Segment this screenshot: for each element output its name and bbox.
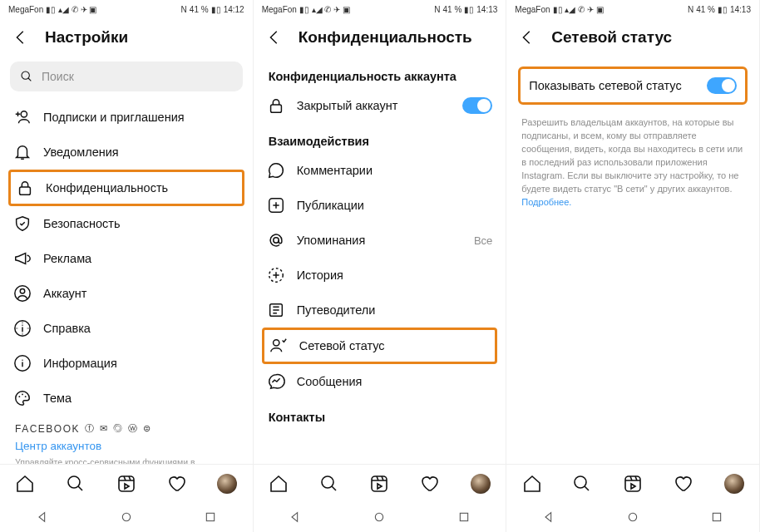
row-label: Реклама [43, 252, 239, 265]
nav-back[interactable] [289, 510, 302, 524]
carrier-label: MegaFon [515, 5, 550, 14]
back-button[interactable] [12, 28, 30, 47]
row-info[interactable]: Информация [2, 346, 251, 381]
person-icon [13, 284, 32, 303]
row-guides[interactable]: Путеводители [255, 293, 505, 328]
plus-square-icon [267, 196, 285, 214]
row-label: Упоминания [297, 234, 462, 247]
nav-back[interactable] [542, 510, 555, 524]
story-icon [267, 266, 285, 284]
lock-icon [16, 179, 34, 197]
tab-profile[interactable] [724, 474, 744, 494]
row-notifications[interactable]: Уведомления [2, 135, 251, 170]
screen-activity-status: MegaFon ▮▯ ▴◢ ✆ ✈ ▣ N 41 % ▮▯ 14:13 Сете… [506, 0, 760, 532]
row-label: Подписки и приглашения [43, 111, 239, 124]
tab-activity[interactable] [674, 474, 693, 494]
row-privacy[interactable]: Конфиденциальность [8, 170, 244, 206]
android-nav [254, 502, 506, 532]
android-nav [0, 502, 253, 532]
row-label: Уведомления [43, 145, 239, 159]
add-person-icon [13, 108, 32, 126]
back-button[interactable] [518, 28, 536, 47]
row-security[interactable]: Безопасность [2, 206, 251, 241]
shield-icon [13, 214, 32, 233]
tab-home[interactable] [15, 474, 35, 494]
back-button[interactable] [265, 28, 284, 47]
row-mentions[interactable]: Упоминания Все [255, 223, 505, 258]
tab-activity[interactable] [167, 474, 187, 494]
section-interactions: Взаимодействия [255, 123, 505, 153]
settings-list: Подписки и приглашения Уведомления Конфи… [0, 100, 253, 464]
tab-profile[interactable] [471, 474, 491, 494]
help-icon [13, 319, 32, 337]
tab-search[interactable] [319, 474, 339, 494]
nav-home[interactable] [626, 510, 639, 524]
learn-more-link[interactable]: Подробнее. [521, 197, 571, 207]
svg-point-1 [21, 111, 27, 117]
tab-bar [254, 464, 506, 502]
screen-settings: MegaFon ▮▯ ▴◢ ✆ ✈ ▣ N 41 % ▮▯ 14:12 Наст… [0, 0, 254, 532]
nav-recent[interactable] [204, 510, 217, 524]
svg-rect-25 [625, 476, 640, 491]
row-label: Публикации [297, 199, 493, 212]
show-activity-block: Показывать сетевой статус [518, 66, 748, 105]
search-input[interactable]: Поиск [10, 62, 243, 91]
avatar-icon [217, 474, 237, 494]
battery-icon: ▮▯ [464, 5, 474, 14]
row-ads[interactable]: Реклама [2, 241, 251, 276]
row-label: Путеводители [297, 303, 493, 317]
info-icon [13, 354, 32, 372]
nav-back[interactable] [36, 510, 49, 524]
tab-profile[interactable] [217, 474, 237, 494]
svg-point-0 [22, 71, 29, 79]
activity-description: Разрешить владельцам аккаунтов, на котор… [508, 111, 758, 214]
nav-recent[interactable] [457, 510, 471, 524]
nav-home[interactable] [373, 510, 386, 524]
battery-icon: ▮▯ [211, 5, 221, 14]
tab-search[interactable] [66, 474, 86, 494]
palette-icon [13, 389, 32, 407]
row-story[interactable]: История [255, 258, 505, 293]
svg-point-4 [20, 289, 25, 294]
tab-activity[interactable] [420, 474, 440, 494]
svg-point-7 [18, 396, 20, 397]
show-activity-toggle[interactable] [707, 77, 737, 94]
signal-icon: ▮▯ ▴◢ ✆ ✈ ▣ [46, 5, 96, 14]
page-title: Сетевой статус [551, 28, 672, 47]
carrier-label: MegaFon [262, 5, 297, 14]
brand-line: FACEBOOK ⓕ ✉ ◎ ⓦ ⊜ [2, 416, 251, 436]
at-icon [267, 231, 285, 249]
row-account[interactable]: Аккаунт [2, 276, 251, 311]
row-private-account[interactable]: Закрытый аккаунт [255, 88, 505, 123]
status-bar: MegaFon ▮▯ ▴◢ ✆ ✈ ▣ N 41 % ▮▯ 14:12 [0, 0, 253, 18]
svg-rect-2 [20, 187, 31, 195]
accounts-center-link[interactable]: Центр аккаунтов [2, 436, 251, 456]
private-account-toggle[interactable] [462, 97, 492, 114]
section-account-privacy: Конфиденциальность аккаунта [255, 58, 505, 88]
tab-reels[interactable] [369, 474, 389, 494]
tab-search[interactable] [572, 474, 592, 494]
row-theme[interactable]: Тема [2, 381, 251, 416]
svg-rect-27 [713, 513, 721, 520]
desc-text: Разрешить владельцам аккаунтов, на котор… [521, 117, 743, 194]
row-label: Сетевой статус [299, 339, 491, 352]
tab-reels[interactable] [116, 474, 136, 494]
row-subscriptions[interactable]: Подписки и приглашения [2, 100, 251, 135]
battery-icon: ▮▯ [718, 5, 728, 14]
comment-icon [267, 161, 285, 180]
activity-content: Показывать сетевой статус Разрешить влад… [506, 58, 759, 464]
tab-reels[interactable] [623, 474, 643, 494]
row-messages[interactable]: Сообщения [255, 364, 505, 399]
row-comments[interactable]: Комментарии [255, 153, 505, 188]
mentions-value: Все [474, 234, 492, 247]
brand-label: FACEBOOK [15, 423, 80, 435]
tab-home[interactable] [522, 474, 542, 494]
nav-home[interactable] [120, 510, 133, 524]
hint-text: Управляйте кросс-сервисными функциями в [2, 456, 251, 464]
row-activity-status[interactable]: Сетевой статус [262, 328, 498, 364]
tab-bar [506, 464, 759, 502]
row-posts[interactable]: Публикации [255, 188, 505, 223]
nav-recent[interactable] [710, 510, 723, 524]
tab-home[interactable] [269, 474, 289, 494]
row-help[interactable]: Справка [2, 311, 251, 346]
